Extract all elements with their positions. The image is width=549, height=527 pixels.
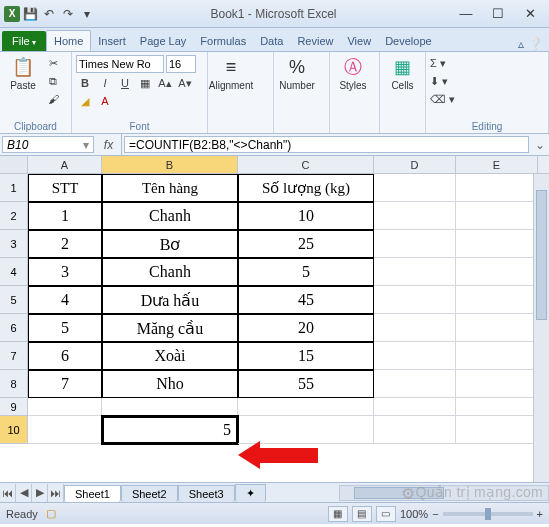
font-name-select[interactable]: [76, 55, 164, 73]
fill-icon[interactable]: ⬇ ▾: [430, 73, 448, 89]
cell-b10-selected[interactable]: 5: [102, 416, 238, 444]
cell-c3[interactable]: 25: [238, 230, 374, 258]
sheet-nav-prev-icon[interactable]: ◀: [16, 484, 32, 502]
row-header-3[interactable]: 3: [0, 230, 28, 258]
worksheet-grid[interactable]: A B C D E 1 STT Tên hàng Số lượng (kg) 2…: [0, 156, 549, 482]
tab-pagelayout[interactable]: Page Lay: [133, 31, 193, 51]
row-header-8[interactable]: 8: [0, 370, 28, 398]
view-normal-button[interactable]: ▦: [328, 506, 348, 522]
italic-button[interactable]: I: [96, 75, 114, 91]
col-header-a[interactable]: A: [28, 156, 102, 173]
copy-icon[interactable]: ⧉: [44, 73, 62, 89]
alignment-button[interactable]: ≡Alignment: [212, 55, 250, 91]
cell-b5[interactable]: Dưa hấu: [102, 286, 238, 314]
paste-button[interactable]: 📋 Paste: [4, 55, 42, 91]
grow-font-icon[interactable]: A▴: [156, 75, 174, 91]
cell-b7[interactable]: Xoài: [102, 342, 238, 370]
cells-button[interactable]: ▦Cells: [384, 55, 421, 91]
redo-icon[interactable]: ↷: [59, 5, 77, 23]
row-header-7[interactable]: 7: [0, 342, 28, 370]
maximize-button[interactable]: ☐: [483, 5, 513, 23]
view-pagebreak-button[interactable]: ▭: [376, 506, 396, 522]
row-header-9[interactable]: 9: [0, 398, 28, 416]
zoom-level[interactable]: 100%: [400, 508, 428, 520]
cell-c7[interactable]: 15: [238, 342, 374, 370]
tab-formulas[interactable]: Formulas: [193, 31, 253, 51]
sheet-nav-first-icon[interactable]: ⏮: [0, 484, 16, 502]
cell-b6[interactable]: Măng cầu: [102, 314, 238, 342]
minimize-ribbon-icon[interactable]: ▵: [518, 37, 524, 51]
clear-icon[interactable]: ⌫ ▾: [430, 91, 455, 107]
row-header-10[interactable]: 10: [0, 416, 28, 444]
cell-b1[interactable]: Tên hàng: [102, 174, 238, 202]
tab-review[interactable]: Review: [290, 31, 340, 51]
cell-c1[interactable]: Số lượng (kg): [238, 174, 374, 202]
sheet-tab-3[interactable]: Sheet3: [178, 485, 235, 502]
cell-a6[interactable]: 5: [28, 314, 102, 342]
cell-c8[interactable]: 55: [238, 370, 374, 398]
macro-record-icon[interactable]: ▢: [46, 507, 56, 520]
save-icon[interactable]: 💾: [21, 5, 39, 23]
vertical-scrollbar[interactable]: [533, 174, 549, 482]
qat-customize-icon[interactable]: ▾: [78, 5, 96, 23]
file-tab[interactable]: File: [2, 31, 46, 51]
row-header-2[interactable]: 2: [0, 202, 28, 230]
tab-view[interactable]: View: [340, 31, 378, 51]
zoom-slider[interactable]: [443, 512, 533, 516]
help-icon[interactable]: ❔: [528, 37, 543, 51]
bold-button[interactable]: B: [76, 75, 94, 91]
col-header-b[interactable]: B: [102, 156, 238, 173]
formula-input[interactable]: [129, 138, 524, 152]
cell-e1[interactable]: [456, 174, 538, 202]
view-pagelayout-button[interactable]: ▤: [352, 506, 372, 522]
close-button[interactable]: ✕: [515, 5, 545, 23]
cell-b2[interactable]: Chanh: [102, 202, 238, 230]
cell-c4[interactable]: 5: [238, 258, 374, 286]
new-sheet-button[interactable]: ✦: [235, 484, 266, 502]
shrink-font-icon[interactable]: A▾: [176, 75, 194, 91]
cell-a7[interactable]: 6: [28, 342, 102, 370]
font-color-button[interactable]: A: [96, 93, 114, 109]
cell-b8[interactable]: Nho: [102, 370, 238, 398]
name-box-input[interactable]: [7, 138, 67, 152]
cell-a4[interactable]: 3: [28, 258, 102, 286]
row-header-6[interactable]: 6: [0, 314, 28, 342]
col-header-d[interactable]: D: [374, 156, 456, 173]
sheet-nav-next-icon[interactable]: ▶: [32, 484, 48, 502]
border-button[interactable]: ▦: [136, 75, 154, 91]
tab-developer[interactable]: Develope: [378, 31, 438, 51]
cell-b3[interactable]: Bơ: [102, 230, 238, 258]
underline-button[interactable]: U: [116, 75, 134, 91]
cell-d1[interactable]: [374, 174, 456, 202]
sheet-tab-2[interactable]: Sheet2: [121, 485, 178, 502]
row-header-5[interactable]: 5: [0, 286, 28, 314]
cell-c2[interactable]: 10: [238, 202, 374, 230]
cut-icon[interactable]: ✂: [44, 55, 62, 71]
cell-a2[interactable]: 1: [28, 202, 102, 230]
cell-b4[interactable]: Chanh: [102, 258, 238, 286]
row-header-1[interactable]: 1: [0, 174, 28, 202]
number-button[interactable]: %Number: [278, 55, 316, 91]
name-box[interactable]: ▾: [2, 136, 94, 153]
cell-c6[interactable]: 20: [238, 314, 374, 342]
font-size-select[interactable]: [166, 55, 196, 73]
sheet-tab-1[interactable]: Sheet1: [64, 485, 121, 502]
col-header-e[interactable]: E: [456, 156, 538, 173]
tab-insert[interactable]: Insert: [91, 31, 133, 51]
cell-a1[interactable]: STT: [28, 174, 102, 202]
row-header-4[interactable]: 4: [0, 258, 28, 286]
cell-c5[interactable]: 45: [238, 286, 374, 314]
col-header-c[interactable]: C: [238, 156, 374, 173]
fill-color-button[interactable]: ◢: [76, 93, 94, 109]
tab-home[interactable]: Home: [46, 30, 91, 51]
horizontal-scrollbar[interactable]: [339, 485, 549, 501]
cell-a8[interactable]: 7: [28, 370, 102, 398]
sheet-nav-last-icon[interactable]: ⏭: [48, 484, 64, 502]
undo-icon[interactable]: ↶: [40, 5, 58, 23]
styles-button[interactable]: ⒶStyles: [334, 55, 372, 91]
expand-formula-bar-icon[interactable]: ⌄: [531, 134, 549, 155]
zoom-in-button[interactable]: +: [537, 508, 543, 520]
zoom-out-button[interactable]: −: [432, 508, 438, 520]
select-all-corner[interactable]: [0, 156, 28, 173]
autosum-icon[interactable]: Σ ▾: [430, 55, 446, 71]
